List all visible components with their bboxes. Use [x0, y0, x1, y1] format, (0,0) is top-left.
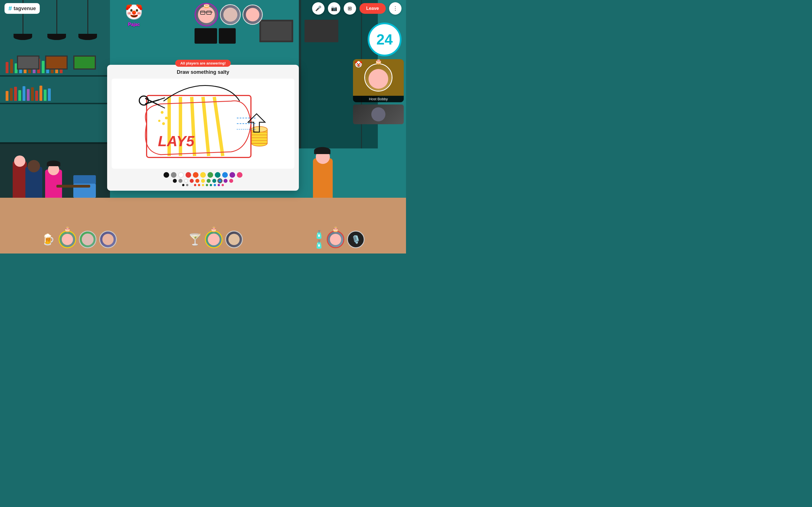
- color-orange-small[interactable]: [198, 184, 200, 186]
- color-red-medium[interactable]: [190, 179, 194, 183]
- leave-button[interactable]: Leave: [359, 3, 386, 14]
- color-red-large[interactable]: [186, 172, 191, 178]
- svg-text:LAY5: LAY5: [158, 133, 195, 149]
- svg-line-4: [203, 97, 209, 156]
- answer-banner: All players are answering!: [175, 60, 231, 67]
- color-pink-medium[interactable]: [229, 179, 233, 183]
- participants-top-row: 🎂: [195, 3, 263, 26]
- svg-point-17: [161, 111, 163, 114]
- host-panel: 🤡 🎂 Host Bobby: [353, 59, 404, 102]
- palette-row-medium: [173, 179, 233, 183]
- bottom-avatar-4[interactable]: [205, 231, 222, 248]
- timer-value: 24: [376, 31, 393, 48]
- bottom-avatar-6[interactable]: [327, 231, 344, 248]
- logo: # tagvenue: [4, 3, 40, 14]
- color-white-small[interactable]: [190, 184, 192, 186]
- participant-avatar-3: [243, 4, 263, 25]
- bottom-left-group: 🍺 🎂: [42, 231, 117, 248]
- color-purple-small[interactable]: [218, 184, 220, 186]
- color-orange-medium[interactable]: [195, 179, 199, 183]
- color-blue-medium-selected[interactable]: [218, 179, 222, 183]
- bottom-avatar-1[interactable]: [59, 231, 76, 248]
- bottom-avatar-2[interactable]: [79, 231, 96, 248]
- color-red-small[interactable]: [194, 184, 196, 186]
- color-pink-large[interactable]: [237, 172, 243, 178]
- bottom-avatar-wrapper-4: 🎂: [205, 231, 222, 248]
- color-orange-large[interactable]: [193, 172, 199, 178]
- bottom-avatar-wrapper-6: 🎂: [327, 231, 344, 248]
- bottom-avatar-5[interactable]: [225, 231, 243, 248]
- header-controls: 🎤 📷 ⊞ Leave ⋮: [312, 2, 402, 15]
- color-palette: [112, 172, 294, 186]
- cocktail-icon: 🍸: [188, 233, 202, 246]
- bottom-bar: 🍺 🎂 🍸 🎂: [0, 225, 406, 253]
- video-thumb-2: [219, 28, 236, 44]
- right-sidebar: 🤡 🎂 Host Bobby: [353, 59, 404, 124]
- camera-button[interactable]: 📷: [328, 2, 340, 15]
- pajac-label: Pajac: [128, 22, 140, 27]
- palette-row-small: [182, 184, 224, 186]
- bottom-center-group: 🍸 🎂: [188, 231, 243, 248]
- drawing-board: All players are answering! Draw somethin…: [107, 65, 299, 191]
- color-black-small[interactable]: [182, 184, 185, 186]
- participant-avatar-2: [220, 4, 241, 25]
- drawing-svg: LAY5: [112, 78, 294, 169]
- bottom-avatar-7[interactable]: 🎙️: [347, 231, 364, 248]
- grid-button[interactable]: ⊞: [344, 2, 356, 15]
- bottom-avatar-wrapper-5: [225, 231, 243, 248]
- logo-text: tagvenue: [13, 6, 36, 11]
- color-gray-small[interactable]: [186, 184, 188, 186]
- color-white-medium[interactable]: [184, 179, 188, 183]
- color-teal-small[interactable]: [210, 184, 212, 186]
- color-purple-medium[interactable]: [223, 179, 227, 183]
- drawing-canvas[interactable]: LAY5: [112, 78, 294, 169]
- bottom-avatar-wrapper-1: 🎂: [59, 231, 76, 248]
- svg-point-20: [168, 114, 170, 116]
- palette-row-large: [163, 172, 243, 178]
- svg-line-5: [214, 97, 223, 156]
- other-participant-panel: [353, 105, 404, 124]
- svg-line-7: [159, 105, 165, 108]
- svg-line-8: [159, 98, 165, 100]
- host-clown-badge: 🤡: [355, 61, 362, 68]
- color-green-small[interactable]: [206, 184, 208, 186]
- host-video: 🤡 🎂: [353, 59, 404, 96]
- microphone-button[interactable]: 🎤: [312, 2, 324, 15]
- color-pink-small[interactable]: [221, 184, 224, 186]
- color-blue-small[interactable]: [214, 184, 216, 186]
- bottom-avatar-wrapper-7: 🎙️: [347, 231, 364, 248]
- bottom-avatar-wrapper-2: [79, 231, 96, 248]
- color-yellow-small[interactable]: [202, 184, 204, 186]
- svg-point-21: [162, 122, 165, 125]
- color-purple-large[interactable]: [230, 172, 235, 178]
- svg-point-18: [165, 117, 168, 119]
- color-teal-medium[interactable]: [212, 179, 216, 183]
- bottom-avatar-wrapper-3: [99, 231, 117, 248]
- more-options-button[interactable]: ⋮: [389, 2, 402, 15]
- color-teal-large[interactable]: [215, 172, 220, 178]
- color-black-medium[interactable]: [173, 179, 177, 183]
- color-blue-large[interactable]: [222, 172, 228, 178]
- color-gray-large[interactable]: [171, 172, 176, 178]
- color-yellow-medium[interactable]: [201, 179, 205, 183]
- clown-icon: 🤡: [124, 2, 144, 22]
- color-green-medium[interactable]: [207, 179, 211, 183]
- draw-prompt: Draw something salty: [112, 69, 294, 75]
- svg-point-19: [158, 120, 160, 122]
- color-yellow-large[interactable]: [200, 172, 206, 178]
- beer-icon: 🍺: [42, 233, 55, 245]
- host-name-label: Host Bobby: [353, 96, 404, 102]
- timer-circle: 24: [368, 22, 402, 56]
- color-gray-medium[interactable]: [179, 179, 183, 183]
- bottom-avatar-3[interactable]: [99, 231, 117, 248]
- participant-avatar-1: 🎂: [195, 3, 218, 26]
- video-thumb-1: [195, 28, 217, 44]
- color-white-large[interactable]: [178, 172, 184, 178]
- host-avatar: [364, 63, 393, 92]
- pajac-avatar: 🤡 Pajac: [124, 2, 144, 27]
- bottom-right-group: 🧴 🧴 🎂 🎙️: [314, 230, 364, 249]
- bottle-icons: 🧴 🧴: [314, 230, 324, 249]
- color-black-large[interactable]: [163, 172, 169, 178]
- logo-hash: #: [8, 5, 12, 12]
- color-green-large[interactable]: [207, 172, 213, 178]
